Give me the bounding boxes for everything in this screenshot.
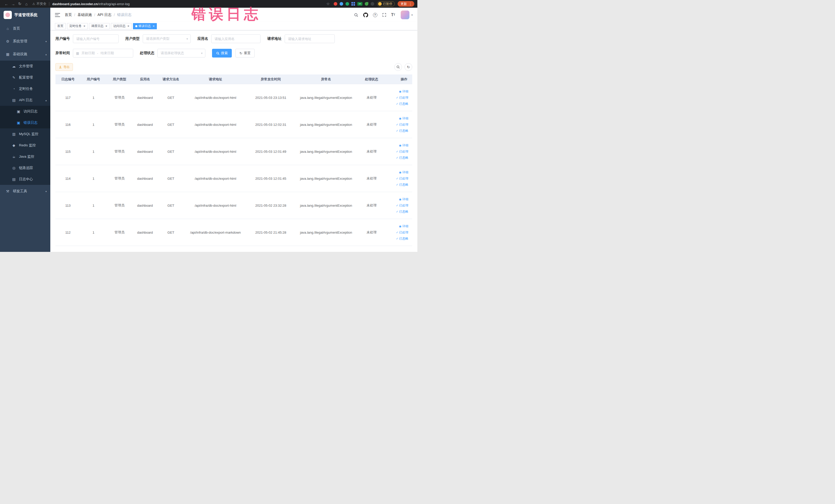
sidebar-item-infra[interactable]: ▦基础设施▴ <box>0 48 50 61</box>
filter-user-id: 用户编号 <box>56 35 119 43</box>
extension-grid-icon[interactable] <box>351 2 355 6</box>
sidebar-item-system[interactable]: ⚙系统管理▾ <box>0 35 50 48</box>
sidebar-item-file[interactable]: ☁文件管理 <box>0 61 50 72</box>
cell-time: 2021-05-02 21:45:28 <box>247 230 295 235</box>
sidebar-item-access-log[interactable]: ▣访问日志 <box>0 106 50 117</box>
search-icon[interactable] <box>354 13 358 17</box>
processed-link[interactable]: ✓已处理 <box>396 149 408 154</box>
user-type-label: 用户类型 <box>125 37 140 41</box>
sidebar-item-java[interactable]: ☕Java 监控 <box>0 151 50 162</box>
sidebar-item-config[interactable]: ✎配置管理 <box>0 72 50 83</box>
detail-link[interactable]: ◉详细 <box>399 224 408 228</box>
sidebar-item-error-log[interactable]: ▣错误日志 <box>0 117 50 128</box>
update-button[interactable]: 更新⋮ <box>398 1 414 7</box>
exception-time-range[interactable]: ▦ 开始日期 - 结束日期 <box>73 49 133 58</box>
back-icon[interactable]: ← <box>3 2 10 6</box>
eye-icon: ◉ <box>399 90 402 93</box>
user-id-input[interactable] <box>73 35 119 43</box>
user-avatar[interactable] <box>401 11 409 19</box>
bookmark-star-icon[interactable]: ☆ <box>325 2 331 6</box>
user-type-select[interactable]: 请选择用户类型 ▾ <box>143 35 191 43</box>
sidebar-item-devtools[interactable]: ⚒研发工具▾ <box>0 185 50 198</box>
close-icon[interactable]: × <box>105 24 107 28</box>
menu-kebab-icon[interactable]: ⋮ <box>409 2 412 6</box>
tab-job-log[interactable]: 调度日志× <box>89 23 110 29</box>
cell-exception: java.lang.IllegalArgumentException <box>295 96 357 100</box>
logo[interactable]: 芋道管理系统 <box>0 8 50 22</box>
ignored-link[interactable]: ✓已忽略 <box>396 156 408 160</box>
sidebar-item-redis[interactable]: ◆Redis 监控 <box>0 140 50 151</box>
cell-user-id: 1 <box>80 96 106 100</box>
close-icon[interactable]: × <box>83 24 85 28</box>
cell-user-type: 管理员 <box>106 149 133 154</box>
cell-app-name: dashboard <box>133 204 157 207</box>
extension-leaf-icon[interactable] <box>365 2 368 6</box>
sidebar-item-log-center[interactable]: ▤日志中心 <box>0 174 50 185</box>
close-icon[interactable]: × <box>127 24 129 28</box>
ignored-link[interactable]: ✓已忽略 <box>396 237 408 241</box>
breadcrumb-item[interactable]: 基础设施 <box>78 13 92 17</box>
processed-link[interactable]: ✓已处理 <box>396 96 408 100</box>
cell-log-id: 116 <box>56 123 80 126</box>
extension-on-badge-icon[interactable]: on <box>357 2 363 6</box>
github-icon[interactable] <box>363 13 368 18</box>
hamburger-icon[interactable] <box>55 13 60 17</box>
extension-green-icon[interactable] <box>346 2 349 6</box>
tab-home[interactable]: 首页 <box>55 23 66 29</box>
search-button[interactable]: 搜索 <box>212 49 232 58</box>
fullscreen-icon[interactable] <box>382 13 386 17</box>
processed-link[interactable]: ✓已处理 <box>396 122 408 127</box>
sidebar-item-home[interactable]: ⌂首页 <box>0 22 50 35</box>
tab-error-log[interactable]: 错误日志× <box>133 23 157 29</box>
help-icon[interactable]: ? <box>373 13 377 17</box>
ignored-link[interactable]: ✓已忽略 <box>396 102 408 106</box>
paused-badge[interactable]: 已暂停 <box>377 1 395 6</box>
extension-red-icon[interactable] <box>334 2 337 6</box>
detail-link[interactable]: ◉详细 <box>399 170 408 175</box>
breadcrumb-item[interactable]: 首页 <box>65 13 72 17</box>
sidebar-item-job[interactable]: ◔定时任务 <box>0 83 50 95</box>
col-status: 处理状态 <box>357 77 386 82</box>
processed-link[interactable]: ✓已处理 <box>396 203 408 208</box>
process-status-placeholder: 请选择处理状态 <box>161 51 184 56</box>
processed-link[interactable]: ✓已处理 <box>396 230 408 235</box>
ignored-link[interactable]: ✓已忽略 <box>396 209 408 214</box>
cell-actions: ◉详细✓已处理✓已忽略 <box>386 89 410 106</box>
address-url[interactable]: dashboard.yudao.iocoder.cn/infra/log/api… <box>53 2 130 6</box>
extension-blue-icon[interactable] <box>340 2 343 6</box>
detail-link[interactable]: ◉详细 <box>399 143 408 148</box>
close-icon[interactable]: × <box>153 24 155 28</box>
cell-method: GET <box>158 230 184 235</box>
url-domain: dashboard.yudao.iocoder.cn <box>53 2 98 6</box>
process-status-select[interactable]: 请选择处理状态 ▾ <box>157 49 205 58</box>
cell-url: /api/infra/db-doc/export-html <box>184 177 247 181</box>
sidebar-item-mysql[interactable]: ▥MySQL 监控 <box>0 128 50 140</box>
extensions-puzzle-icon[interactable] <box>371 2 374 6</box>
not-secure-label[interactable]: 不安全 <box>37 2 46 6</box>
reset-button[interactable]: ↻ 重置 <box>236 49 254 58</box>
tab-access-log[interactable]: 访问日志× <box>111 23 132 29</box>
request-url-input[interactable] <box>285 35 335 43</box>
ignored-link[interactable]: ✓已忽略 <box>396 183 408 187</box>
filter-app-name: 应用名 <box>197 35 261 43</box>
processed-link[interactable]: ✓已处理 <box>396 176 408 181</box>
refresh-table-button[interactable]: ↻ <box>405 63 412 71</box>
toggle-search-button[interactable] <box>394 63 402 71</box>
breadcrumb-item[interactable]: API 日志 <box>98 13 111 17</box>
app-name-input[interactable] <box>211 35 261 43</box>
avatar-caret-down-icon[interactable]: ▾ <box>411 13 413 17</box>
sidebar-item-trace[interactable]: ◎链路追踪 <box>0 162 50 174</box>
cell-time: 2021-05-03 12:01:49 <box>247 150 295 154</box>
forward-icon[interactable]: → <box>10 2 16 6</box>
reload-icon[interactable]: ↻ <box>16 2 23 6</box>
browser-home-icon[interactable]: ⌂ <box>23 2 30 6</box>
ignored-link[interactable]: ✓已忽略 <box>396 129 408 133</box>
chevron-down-icon: ▾ <box>201 52 203 55</box>
detail-link[interactable]: ◉详细 <box>399 89 408 94</box>
detail-link[interactable]: ◉详细 <box>399 116 408 121</box>
export-button[interactable]: 导出 <box>56 63 73 71</box>
font-size-icon[interactable]: TT <box>391 13 395 17</box>
sidebar-item-api-log[interactable]: ▤API 日志▴ <box>0 95 50 106</box>
detail-link[interactable]: ◉详细 <box>399 197 408 202</box>
tab-scheduled-job[interactable]: 定时任务× <box>67 23 88 29</box>
